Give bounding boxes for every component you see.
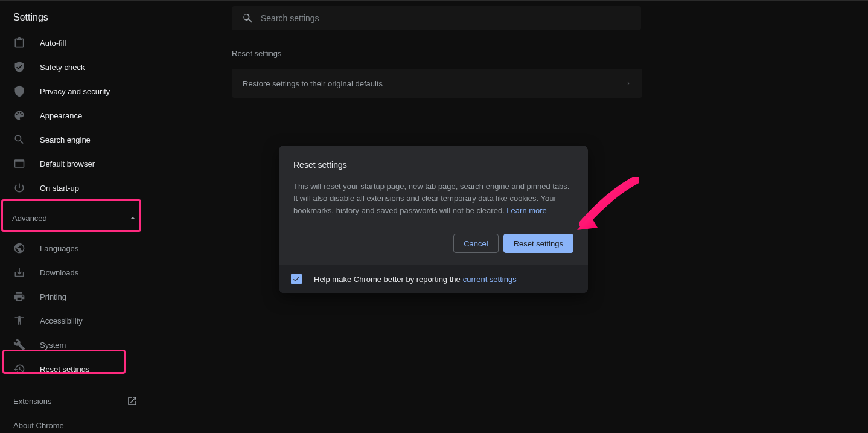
sidebar-divider — [12, 385, 138, 385]
shield-icon — [13, 85, 25, 97]
learn-more-link[interactable]: Learn more — [506, 206, 546, 215]
reset-settings-dialog: Reset settings This will reset your star… — [279, 146, 588, 293]
search-field[interactable] — [232, 6, 641, 30]
sidebar-item-label: Safety check — [40, 63, 85, 72]
sidebar-item-label: Languages — [40, 244, 78, 253]
sidebar-item-label: Search engine — [40, 135, 91, 144]
sidebar-item-search-engine[interactable]: Search engine — [0, 127, 150, 152]
main-content: Reset settings Restore settings to their… — [232, 49, 642, 98]
clipboard-icon — [13, 37, 25, 49]
dialog-footer: Help make Chrome better by reporting the… — [279, 265, 588, 293]
sidebar-item-label: About Chrome — [13, 421, 64, 430]
sidebar-item-label: Privacy and security — [40, 87, 110, 96]
sidebar-item-autofill[interactable]: Auto-fill — [0, 31, 150, 55]
download-icon — [13, 266, 25, 278]
sidebar-section-advanced[interactable]: Advanced — [0, 204, 150, 233]
power-icon — [13, 182, 25, 194]
dialog-text: This will reset your startup page, new t… — [293, 181, 573, 217]
sidebar-item-label: Auto-fill — [40, 39, 66, 48]
sidebar-item-label: On start-up — [40, 184, 79, 193]
cancel-button[interactable]: Cancel — [453, 234, 498, 253]
page-title: Settings — [13, 12, 48, 23]
sidebar-item-extensions[interactable]: Extensions — [0, 389, 150, 413]
sidebar-section-label: Advanced — [12, 214, 47, 223]
sidebar-item-about[interactable]: About Chrome — [0, 413, 150, 433]
sidebar-item-label: Downloads — [40, 268, 78, 277]
palette-icon — [13, 109, 25, 121]
chevron-right-icon — [625, 80, 631, 86]
section-title: Reset settings — [232, 49, 642, 58]
search-icon — [13, 133, 25, 146]
sidebar-item-label: Extensions — [13, 397, 52, 406]
sidebar-item-safety[interactable]: Safety check — [0, 55, 150, 79]
sidebar-item-system[interactable]: System — [0, 333, 150, 357]
sidebar-item-default-browser[interactable]: Default browser — [0, 152, 150, 176]
sidebar-item-appearance[interactable]: Appearance — [0, 103, 150, 127]
sidebar-item-label: Appearance — [40, 111, 82, 120]
footer-text: Help make Chrome better by reporting the — [314, 275, 461, 284]
shield-check-icon — [13, 61, 25, 73]
printer-icon — [13, 290, 25, 303]
open-external-icon — [127, 396, 138, 406]
sidebar-item-label: Accessibility — [40, 316, 83, 326]
sidebar-item-label: Default browser — [40, 159, 95, 168]
current-settings-link[interactable]: current settings — [463, 275, 517, 284]
accessibility-icon — [13, 315, 25, 327]
sidebar-item-startup[interactable]: On start-up — [0, 176, 150, 200]
sidebar-item-privacy[interactable]: Privacy and security — [0, 79, 150, 103]
sidebar-item-languages[interactable]: Languages — [0, 236, 150, 260]
dialog-body: Reset settings This will reset your star… — [279, 146, 588, 265]
sidebar-item-label: Reset settings — [40, 365, 89, 374]
header: Settings — [0, 1, 868, 34]
report-checkbox[interactable] — [291, 274, 302, 284]
search-input[interactable] — [261, 13, 631, 23]
sidebar-item-accessibility[interactable]: Accessibility — [0, 309, 150, 333]
sidebar-item-label: System — [40, 341, 66, 350]
sidebar-item-label: Printing — [40, 292, 66, 301]
sidebar-item-reset[interactable]: Reset settings — [0, 357, 150, 381]
sidebar-item-printing[interactable]: Printing — [0, 284, 150, 309]
browser-icon — [13, 158, 25, 170]
wrench-icon — [13, 339, 25, 351]
sidebar-item-downloads[interactable]: Downloads — [0, 260, 150, 284]
sidebar: Auto-fill Safety check Privacy and secur… — [0, 31, 150, 433]
row-label: Restore settings to their original defau… — [243, 79, 383, 88]
chevron-up-icon — [128, 213, 138, 223]
check-icon — [292, 275, 301, 283]
restore-icon — [13, 363, 25, 375]
dialog-buttons: Cancel Reset settings — [293, 234, 573, 253]
reset-settings-button[interactable]: Reset settings — [503, 234, 573, 253]
restore-defaults-row[interactable]: Restore settings to their original defau… — [232, 69, 642, 98]
search-icon — [241, 12, 254, 24]
dialog-title: Reset settings — [293, 160, 573, 170]
globe-icon — [13, 242, 25, 254]
